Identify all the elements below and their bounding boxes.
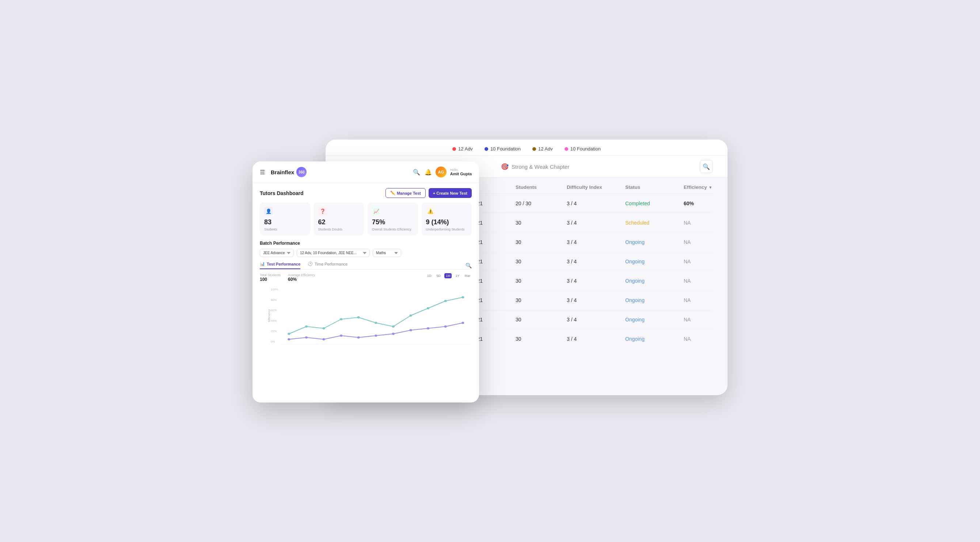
tf-1y[interactable]: 1Y	[454, 273, 461, 278]
cell-difficulty-2: 3 / 4	[567, 220, 625, 226]
small-header: ☰ Brainflex 360 🔍 🔔 AG Hello, Amit Gupta	[253, 161, 479, 183]
legend-item-1: 12 Adv	[452, 146, 473, 152]
user-info: Hello, Amit Gupta	[450, 168, 472, 176]
stat-label-underperforming: Underperforming Students	[426, 227, 468, 231]
scene: 12 Adv 10 Foundation 12 Adv 10 Foundatio…	[253, 140, 727, 402]
cell-status-7: Ongoing	[625, 317, 684, 323]
batch-performance-title: Batch Performance	[260, 241, 472, 246]
logo-badge: 360	[296, 167, 307, 177]
chart-dot	[392, 333, 395, 335]
cell-difficulty-7: 3 / 4	[567, 317, 625, 323]
create-test-label: + Create New Test	[433, 191, 467, 196]
cell-status-6: Ongoing	[625, 297, 684, 303]
sub-tab-test-label: Test Performance	[267, 262, 301, 266]
chart-dot	[375, 322, 377, 324]
cell-difficulty-6: 3 / 4	[567, 297, 625, 303]
cell-status-4: Ongoing	[625, 259, 684, 264]
sub-tab-test-icon: 📊	[260, 262, 265, 266]
legend-label-2: 10 Foundation	[490, 146, 521, 152]
cell-students-3: 30	[515, 239, 567, 245]
manage-test-button[interactable]: ✏️ Manage Test	[385, 188, 426, 198]
chart-dot	[357, 336, 360, 339]
cell-efficiency-1: 60%	[684, 200, 727, 207]
cell-students-1: 20 / 30	[515, 200, 567, 207]
chart-dot	[410, 329, 412, 331]
legend-item-3: 12 Adv	[532, 146, 553, 152]
legend-item-4: 10 Foundation	[565, 146, 601, 152]
avg-efficiency-val: 60%	[288, 277, 315, 282]
tf-mar[interactable]: Mar	[463, 273, 472, 278]
table-search-button[interactable]: 🔍	[700, 160, 713, 173]
small-tablet: ☰ Brainflex 360 🔍 🔔 AG Hello, Amit Gupta	[253, 161, 479, 402]
legend-item-2: 10 Foundation	[485, 146, 521, 152]
button-row: ✏️ Manage Test + Create New Test	[385, 188, 472, 198]
stat-num-underperforming: 9 (14%)	[426, 218, 468, 226]
chart-search-icon[interactable]: 🔍	[466, 262, 472, 269]
create-test-button[interactable]: + Create New Test	[429, 188, 472, 198]
cell-efficiency-2: NA	[684, 220, 727, 226]
stat-label-efficiency: Overall Students Efficiency	[372, 227, 414, 231]
chart-dot	[444, 300, 447, 302]
legend-bar: 12 Adv 10 Foundation 12 Adv 10 Foundatio…	[326, 140, 727, 156]
cell-efficiency-3: NA	[684, 239, 727, 245]
sub-tabs-row: 📊 Test Performance 🕐 Time Performance 🔍	[260, 262, 472, 270]
cell-difficulty-3: 3 / 4	[567, 239, 625, 245]
bell-icon[interactable]: 🔔	[425, 169, 432, 176]
avg-efficiency-meta: Average Efficiency 60%	[288, 273, 315, 282]
dashboard-title: Tutors Dashboard	[260, 190, 304, 196]
hamburger-icon[interactable]: ☰	[260, 169, 265, 176]
chart-dot	[392, 326, 395, 327]
stat-card-students: 👤 83 Students	[260, 202, 310, 235]
sub-tab-time-performance[interactable]: 🕐 Time Performance	[308, 262, 347, 269]
total-students-label: Total Students	[260, 273, 281, 277]
chart-dot	[357, 316, 360, 318]
sub-tab-test-performance[interactable]: 📊 Test Performance	[260, 262, 301, 269]
avatar: AG	[436, 167, 447, 178]
chart-dot	[340, 335, 342, 337]
th-efficiency[interactable]: Efficiency ▼	[684, 184, 727, 190]
filter-foundation[interactable]: 12 Adv, 10 Foundation, JEE NEE...	[297, 249, 370, 257]
chart-dot	[323, 338, 325, 340]
header-icons: 🔍 🔔	[413, 169, 432, 176]
small-body: Tutors Dashboard ✏️ Manage Test + Create…	[253, 183, 479, 402]
stat-num-doubts: 62	[318, 218, 360, 226]
manage-test-label: Manage Test	[397, 191, 421, 196]
chart-dot	[427, 327, 430, 329]
stat-icon-underperforming: ⚠️	[426, 207, 435, 216]
filter-subject[interactable]: Maths Physics Chemistry	[373, 249, 401, 257]
filter-batch[interactable]: JEE Advance JEE Mains NEET	[260, 249, 294, 257]
th-status: Status	[625, 184, 684, 190]
chart-container: Efficiency 100% 80% 60% 40% 20% 0%	[271, 286, 472, 345]
cell-students-4: 30	[515, 259, 567, 264]
chart-dot	[305, 336, 308, 339]
legend-dot-1	[452, 147, 456, 151]
cell-difficulty-8: 3 / 4	[567, 336, 625, 342]
logo-text: Brainflex	[271, 169, 294, 175]
tf-5d[interactable]: 5D	[435, 273, 442, 278]
tab-strong-weak[interactable]: 🎯 Strong & Weak Chapter	[491, 156, 579, 178]
sort-arrow-icon: ▼	[708, 185, 713, 189]
legend-label-1: 12 Adv	[458, 146, 473, 152]
pencil-icon: ✏️	[390, 191, 395, 196]
legend-label-4: 10 Foundation	[570, 146, 601, 152]
cell-status-3: Ongoing	[625, 239, 684, 245]
sub-tab-time-icon: 🕐	[308, 262, 313, 266]
total-students-val: 100	[260, 277, 281, 282]
stat-label-students: Students	[264, 227, 306, 231]
cell-students-2: 30	[515, 220, 567, 226]
th-efficiency-label: Efficiency	[684, 184, 707, 190]
total-students-meta: Total Students 100	[260, 273, 281, 282]
logo-area: Brainflex 360	[271, 167, 307, 177]
cell-difficulty-1: 3 / 4	[567, 200, 625, 207]
stat-card-efficiency: 📈 75% Overall Students Efficiency	[368, 202, 418, 235]
stat-label-doubts: Students Doubts	[318, 227, 360, 231]
tf-1d[interactable]: 1D	[426, 273, 433, 278]
user-hello: Hello,	[450, 168, 472, 172]
search-icon[interactable]: 🔍	[413, 169, 420, 176]
time-filter-row: 1D 5D 1M 1Y Mar	[426, 273, 472, 278]
cell-efficiency-4: NA	[684, 259, 727, 264]
cell-status-2: Scheduled	[625, 220, 684, 226]
tf-1m[interactable]: 1M	[444, 273, 452, 278]
logo-badge-text: 360	[299, 170, 305, 174]
stat-card-underperforming: ⚠️ 9 (14%) Underperforming Students	[422, 202, 472, 235]
